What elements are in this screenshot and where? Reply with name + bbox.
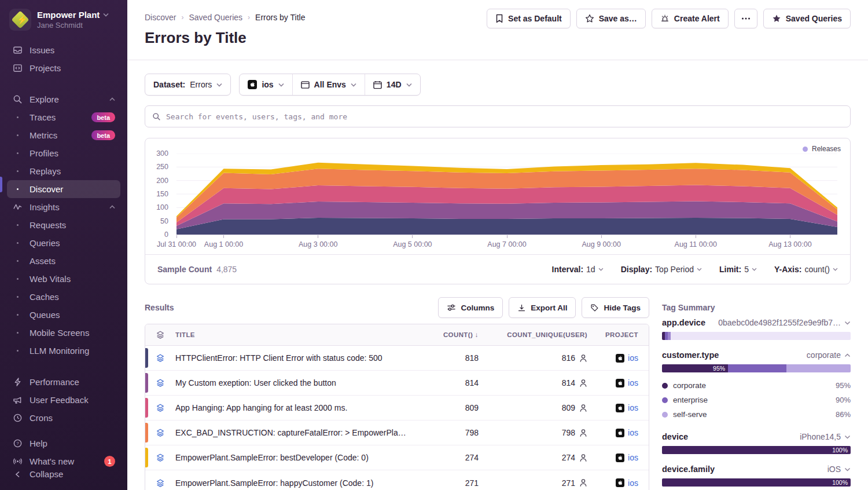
project-cell[interactable]: ios (587, 378, 649, 387)
sidebar-item-queries[interactable]: Queries (7, 234, 120, 252)
sidebar-item-explore[interactable]: Explore (7, 90, 120, 108)
event-title[interactable]: EmpowerPlant.SampleError: happyCustomer … (175, 478, 416, 488)
tag-legend-item[interactable]: enterprise 90% (662, 393, 851, 407)
count-value: 818 (416, 353, 479, 363)
sidebar-item-projects[interactable]: Projects (7, 59, 120, 77)
project-filter[interactable]: ios (240, 74, 292, 95)
user-icon (579, 478, 587, 487)
project-cell[interactable]: ios (587, 403, 649, 412)
environment-filter[interactable]: All Envs (292, 74, 365, 95)
sidebar-item-traces[interactable]: Traces beta (7, 108, 120, 126)
table-row[interactable]: App Hanging: App hanging for at least 20… (145, 396, 649, 420)
series-color-chip (145, 348, 148, 368)
stack-icon (156, 453, 165, 462)
sidebar-item-queues[interactable]: Queues (7, 306, 120, 324)
create-alert-button[interactable]: Create Alert (652, 9, 729, 28)
sidebar: ⚡ Empower Plant Jane Schmidt Issues Proj… (0, 0, 127, 490)
tag-name: device.family (662, 465, 715, 474)
tag-distribution-bar[interactable]: 100% (662, 446, 851, 454)
sidebar-item-user-feedback[interactable]: User Feedback (7, 391, 120, 409)
saved-queries-button[interactable]: Saved Queries (763, 9, 851, 28)
date-range-filter[interactable]: 14D (365, 74, 420, 95)
table-row[interactable]: EmpowerPlant.SampleError: happyCustomer … (145, 470, 649, 490)
search-bar[interactable] (145, 105, 851, 127)
project-cell[interactable]: ios (587, 428, 649, 437)
breadcrumb-saved-queries[interactable]: Saved Queries (189, 13, 242, 22)
sidebar-item-issues[interactable]: Issues (7, 41, 120, 59)
event-title[interactable]: My Custom exeption: User clicked the but… (175, 378, 416, 387)
sidebar-item-replays[interactable]: Replays (7, 162, 120, 180)
tag-legend-item[interactable]: self-serve 86% (662, 407, 851, 422)
org-switcher[interactable]: ⚡ Empower Plant Jane Schmidt (0, 0, 127, 36)
sidebar-item-web-vitals[interactable]: Web Vitals (7, 270, 120, 288)
column-header-count-unique[interactable]: COUNT_UNIQUE(USER) (479, 331, 587, 338)
sidebar-item-insights[interactable]: Insights (7, 198, 120, 216)
event-title[interactable]: EXC_BAD_INSTRUCTION: captureFatalError: … (175, 428, 416, 437)
org-logo: ⚡ (9, 9, 31, 31)
chevron-up-icon (109, 97, 115, 101)
table-row[interactable]: EXC_BAD_INSTRUCTION: captureFatalError: … (145, 420, 649, 445)
sidebar-item-label: Profiles (30, 148, 58, 158)
search-input[interactable] (166, 112, 843, 121)
column-header-title[interactable]: TITLE (175, 331, 416, 338)
table-row[interactable]: My Custom exeption: User clicked the but… (145, 371, 649, 396)
sidebar-item-metrics[interactable]: Metrics beta (7, 126, 120, 144)
sidebar-item-llm-monitoring[interactable]: LLM Monitoring (7, 342, 120, 360)
tag-distribution-bar[interactable]: 100% (662, 478, 851, 487)
project-cell[interactable]: ios (587, 453, 649, 462)
sidebar-item-crons[interactable]: Crons (7, 409, 120, 427)
limit-selector[interactable]: Limit: 5 (719, 265, 757, 274)
sidebar-item-label: Web Vitals (30, 274, 71, 284)
tag-top-value[interactable]: iPhone14,5 (800, 432, 851, 441)
sidebar-collapse-button[interactable]: Collapse (7, 465, 120, 483)
yaxis-selector[interactable]: Y-Axis: count() (774, 265, 838, 274)
tag-legend-item[interactable]: corporate 95% (662, 378, 851, 393)
export-all-button[interactable]: Export All (509, 297, 576, 318)
table-row[interactable]: EmpowerPlant.SampleError: bestDeveloper … (145, 445, 649, 470)
sidebar-item-profiles[interactable]: Profiles (7, 144, 120, 162)
event-title[interactable]: HTTPClientError: HTTP Client Error with … (175, 353, 416, 363)
interval-selector[interactable]: Interval: 1d (552, 265, 604, 274)
sidebar-item-caches[interactable]: Caches (7, 288, 120, 306)
yaxis-label: Y-Axis: (774, 265, 801, 274)
breadcrumb-discover[interactable]: Discover (145, 13, 176, 22)
count-value: 809 (416, 403, 479, 412)
limit-value: 5 (744, 265, 749, 274)
chart-legend[interactable]: Releases (803, 145, 841, 153)
tag-distribution-bar[interactable]: 95% (662, 364, 851, 372)
tag-top-value[interactable]: corporate (807, 350, 851, 360)
column-header-count[interactable]: COUNT() ↓ (416, 331, 479, 338)
legend-label: enterprise (673, 396, 708, 404)
sidebar-item-discover[interactable]: Discover (7, 180, 120, 198)
button-label: Export All (531, 303, 567, 312)
table-row[interactable]: HTTPClientError: HTTP Client Error with … (145, 346, 649, 371)
sidebar-item-requests[interactable]: Requests (7, 216, 120, 234)
tag-name: app.device (662, 318, 705, 327)
sidebar-item-label: Collapse (30, 469, 63, 479)
breadcrumb-separator: › (181, 13, 183, 21)
sidebar-item-performance[interactable]: Performance (7, 373, 120, 391)
tag-top-value[interactable]: 0baebc0de4982f1255f2e9e9fb7… (718, 318, 851, 327)
columns-button[interactable]: Columns (438, 297, 503, 318)
bullet-icon (12, 278, 23, 280)
sidebar-item-assets[interactable]: Assets (7, 252, 120, 270)
project-cell[interactable]: ios (587, 478, 649, 488)
more-options-button[interactable] (734, 9, 757, 28)
save-as-button[interactable]: Save as… (576, 9, 646, 28)
sidebar-item-label: Queues (30, 310, 60, 320)
lightning-icon (12, 377, 23, 387)
tag-top-value[interactable]: iOS (827, 465, 851, 474)
display-selector[interactable]: Display: Top Period (621, 265, 702, 274)
sidebar-item-help[interactable]: ? Help (7, 434, 120, 452)
dataset-selector[interactable]: Dataset: Errors (145, 74, 231, 96)
project-cell[interactable]: ios (587, 353, 649, 363)
stacked-area-chart[interactable] (176, 153, 837, 235)
event-title[interactable]: EmpowerPlant.SampleError: bestDeveloper … (175, 453, 416, 462)
column-header-project[interactable]: PROJECT (587, 331, 649, 338)
event-title[interactable]: App Hanging: App hanging for at least 20… (175, 403, 416, 412)
sidebar-item-mobile-screens[interactable]: Mobile Screens (7, 324, 120, 342)
sidebar-item-label: Assets (30, 256, 56, 266)
set-as-default-button[interactable]: Set as Default (487, 9, 571, 28)
hide-tags-button[interactable]: Hide Tags (582, 297, 649, 318)
tag-distribution-bar[interactable] (662, 332, 851, 340)
